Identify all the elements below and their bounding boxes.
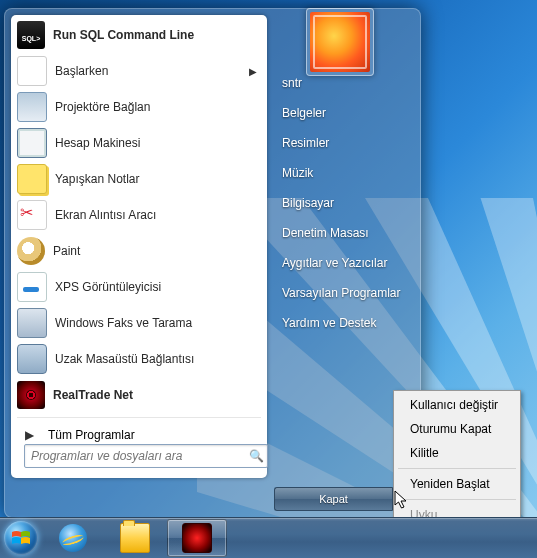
start-menu-right-panel: sntrBelgelerResimlerMüzikBilgisayarDenet… (274, 68, 419, 338)
search-input[interactable] (25, 446, 245, 466)
internet-explorer-icon (59, 524, 87, 552)
program-label: Yapışkan Notlar (55, 172, 261, 186)
program-label: Run SQL Command Line (53, 28, 261, 42)
program-item-0[interactable]: Run SQL Command Line (11, 17, 267, 53)
user-avatar (310, 12, 370, 72)
program-label: Projektöre Bağlan (55, 100, 261, 114)
taskbar (0, 517, 537, 558)
getting-started-icon (17, 56, 47, 86)
realtrade-icon (182, 523, 212, 553)
program-item-9[interactable]: Uzak Masaüstü Bağlantısı (11, 341, 267, 377)
right-panel-item-4[interactable]: Bilgisayar (274, 188, 419, 218)
program-item-7[interactable]: XPS Görüntüleyicisi (11, 269, 267, 305)
sticky-notes-icon (17, 164, 47, 194)
snipping-tool-icon (17, 200, 47, 230)
right-panel-item-0[interactable]: sntr (274, 68, 419, 98)
program-label: Başlarken (55, 64, 249, 78)
program-list: Run SQL Command LineBaşlarken▶Projektöre… (11, 15, 267, 415)
start-button[interactable] (0, 518, 42, 558)
separator (398, 499, 516, 500)
paint-icon (17, 237, 45, 265)
program-item-1[interactable]: Başlarken▶ (11, 53, 267, 89)
context-menu-item[interactable]: Kullanıcı değiştir (396, 393, 518, 417)
search-icon: 🔍 (245, 449, 267, 463)
user-avatar-frame[interactable] (306, 8, 374, 76)
sql-icon (17, 21, 45, 49)
context-menu-item[interactable]: Kilitle (396, 441, 518, 465)
windows-orb-icon (4, 521, 38, 555)
program-label: Uzak Masaüstü Bağlantısı (55, 352, 261, 366)
shutdown-button[interactable]: Kapat (274, 487, 392, 511)
right-panel-item-7[interactable]: Varsayılan Programlar (274, 278, 419, 308)
right-panel-item-2[interactable]: Resimler (274, 128, 419, 158)
program-label: Hesap Makinesi (55, 136, 261, 150)
remote-desktop-icon (17, 344, 47, 374)
right-panel-item-1[interactable]: Belgeler (274, 98, 419, 128)
separator (17, 417, 261, 418)
start-menu: Run SQL Command LineBaşlarken▶Projektöre… (4, 8, 421, 518)
fax-scan-icon (17, 308, 47, 338)
shutdown-context-menu: Kullanıcı değiştirOturumu KapatKilitleYe… (393, 390, 521, 530)
context-menu-item[interactable]: Yeniden Başlat (396, 472, 518, 496)
projector-icon (17, 92, 47, 122)
chevron-right-icon: ▶ (25, 428, 34, 442)
program-item-3[interactable]: Hesap Makinesi (11, 125, 267, 161)
program-label: RealTrade Net (53, 388, 261, 402)
context-menu-item[interactable]: Oturumu Kapat (396, 417, 518, 441)
right-panel-item-3[interactable]: Müzik (274, 158, 419, 188)
folder-icon (120, 523, 150, 553)
start-menu-left-panel: Run SQL Command LineBaşlarken▶Projektöre… (11, 15, 267, 478)
program-label: Windows Faks ve Tarama (55, 316, 261, 330)
right-panel-item-5[interactable]: Denetim Masası (274, 218, 419, 248)
program-label: XPS Görüntüleyicisi (55, 280, 261, 294)
program-item-2[interactable]: Projektöre Bağlan (11, 89, 267, 125)
calculator-icon (17, 128, 47, 158)
search-row: 🔍 (18, 441, 274, 471)
program-item-8[interactable]: Windows Faks ve Tarama (11, 305, 267, 341)
program-label: Ekran Alıntısı Aracı (55, 208, 261, 222)
program-item-4[interactable]: Yapışkan Notlar (11, 161, 267, 197)
taskbar-explorer-button[interactable] (105, 519, 165, 557)
xps-viewer-icon (17, 272, 47, 302)
program-item-10[interactable]: RealTrade Net (11, 377, 267, 413)
separator (398, 468, 516, 469)
submenu-arrow-icon: ▶ (249, 66, 257, 77)
program-label: Paint (53, 244, 261, 258)
right-panel-item-6[interactable]: Aygıtlar ve Yazıcılar (274, 248, 419, 278)
search-box[interactable]: 🔍 (24, 444, 268, 468)
taskbar-ie-button[interactable] (43, 519, 103, 557)
right-panel-item-8[interactable]: Yardım ve Destek (274, 308, 419, 338)
program-item-5[interactable]: Ekran Alıntısı Aracı (11, 197, 267, 233)
realtrade-icon (17, 381, 45, 409)
program-item-6[interactable]: Paint (11, 233, 267, 269)
all-programs-label: Tüm Programlar (48, 428, 135, 442)
taskbar-realtrade-button[interactable] (167, 519, 227, 557)
